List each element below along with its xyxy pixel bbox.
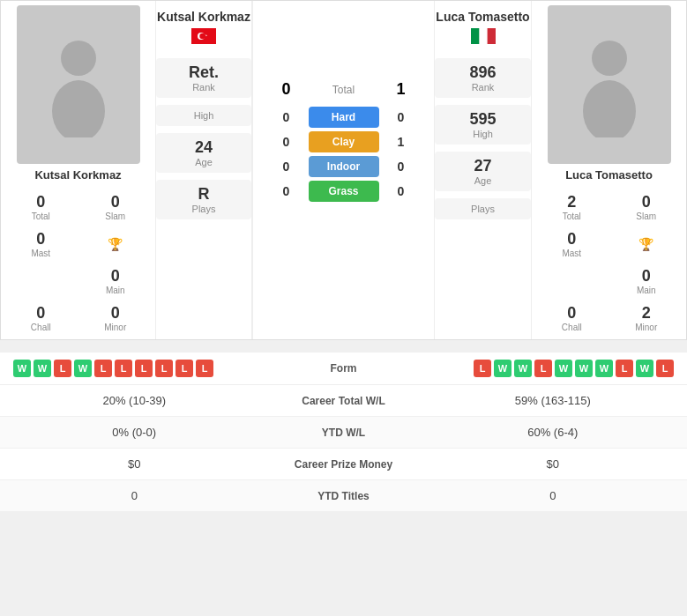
- form-badge: W: [595, 360, 613, 377]
- svg-point-4: [199, 33, 205, 39]
- hard-badge: Hard: [309, 107, 379, 128]
- right-mast-stat: 0 Mast: [536, 227, 608, 261]
- left-flag: [191, 28, 216, 48]
- stat-label: YTD Titles: [256, 490, 432, 502]
- stats-row: 0% (0-0) YTD W/L 60% (6-4): [0, 417, 687, 449]
- form-badge: W: [494, 360, 512, 377]
- left-high-box: High: [156, 105, 251, 126]
- svg-point-10: [583, 80, 636, 137]
- form-badge: L: [474, 360, 491, 377]
- form-badge: W: [555, 360, 572, 377]
- left-chall-stat: 0 Chall: [5, 301, 77, 335]
- right-slam-stat: 0 Slam: [611, 190, 683, 224]
- left-player-photo: [17, 5, 140, 164]
- form-badge: W: [636, 360, 653, 377]
- form-badge: L: [54, 360, 71, 377]
- right-plays-box: Plays: [435, 198, 531, 219]
- stat-right-value: 59% (163-115): [432, 394, 675, 407]
- left-player-column: Kutsal Korkmaz 0 Total 0 Slam 0 Mast 🏆: [1, 1, 155, 339]
- form-badge: W: [74, 360, 92, 377]
- grass-badge: Grass: [309, 181, 379, 202]
- clay-surface-row: 0 Clay 1: [253, 131, 434, 152]
- indoor-badge: Indoor: [309, 156, 379, 177]
- stats-table: 20% (10-39) Career Total W/L 59% (163-11…: [0, 385, 687, 512]
- form-badge: W: [575, 360, 593, 377]
- right-info-column: Luca Tomasetto 896 Rank 595 High 27: [435, 1, 532, 339]
- form-badge: W: [13, 360, 31, 377]
- grass-surface-row: 0 Grass 0: [253, 181, 434, 202]
- left-rank-box: Ret. Rank: [156, 58, 251, 98]
- right-trophy-icon: 🏆: [638, 237, 653, 251]
- svg-rect-8: [471, 28, 479, 44]
- right-age-box: 27 Age: [435, 152, 531, 191]
- left-center-name: Kutsal Korkmaz: [157, 5, 250, 28]
- left-form-badges: WWLWLLLLLL: [13, 360, 291, 377]
- hard-surface-row: 0 Hard 0: [253, 107, 434, 128]
- left-slam-stat: 0 Slam: [80, 190, 152, 224]
- form-badge: L: [94, 360, 112, 377]
- left-main-stat: 0 Main: [80, 264, 152, 298]
- svg-point-9: [592, 41, 627, 76]
- right-main-stat: 0 Main: [611, 264, 683, 298]
- form-badge: L: [196, 360, 213, 377]
- right-high-box: 595 High: [435, 105, 531, 145]
- right-player-photo: [548, 5, 671, 164]
- total-label: Total: [309, 84, 379, 96]
- svg-point-0: [61, 41, 96, 76]
- clay-badge: Clay: [309, 131, 379, 152]
- right-flag: [471, 28, 496, 48]
- stats-row: $0 Career Prize Money $0: [0, 449, 687, 480]
- left-trophy-icon: 🏆: [108, 237, 123, 251]
- svg-point-1: [52, 80, 105, 137]
- indoor-surface-row: 0 Indoor 0: [253, 156, 434, 177]
- center-scores-column: 0 Total 1 0 Hard 0 0 Clay 1 0 Indoor: [252, 1, 435, 339]
- form-badge: W: [34, 360, 51, 377]
- left-mast-stat: 0 Mast: [5, 227, 77, 261]
- stat-label: YTD W/L: [256, 427, 432, 439]
- right-player-name: Luca Tomasetto: [565, 168, 653, 182]
- form-badge: L: [135, 360, 153, 377]
- right-form-badges: LWWLWWWLWL: [397, 360, 675, 377]
- left-plays-box: R Plays: [156, 180, 251, 219]
- stat-left-value: 20% (10-39): [13, 394, 256, 407]
- stat-label: Career Prize Money: [256, 458, 432, 471]
- right-minor-stat: 2 Minor: [611, 301, 683, 335]
- right-center-name: Luca Tomasetto: [436, 5, 529, 28]
- stat-right-value: 60% (6-4): [432, 426, 675, 439]
- right-rank-box: 896 Rank: [435, 58, 531, 98]
- stat-right-value: $0: [432, 457, 675, 471]
- right-total-stat: 2 Total: [536, 190, 608, 224]
- left-age-box: 24 Age: [156, 133, 251, 173]
- form-badge: L: [115, 360, 132, 377]
- form-badge: W: [514, 360, 532, 377]
- form-section: WWLWLLLLLL Form LWWLWWWLWL: [0, 353, 687, 385]
- form-badge: L: [175, 360, 193, 377]
- form-badge: L: [155, 360, 173, 377]
- stat-left-value: $0: [13, 457, 256, 471]
- stat-left-value: 0% (0-0): [13, 426, 256, 439]
- stats-row: 20% (10-39) Career Total W/L 59% (163-11…: [0, 385, 687, 417]
- form-label: Form: [291, 362, 397, 375]
- form-badge: L: [534, 360, 552, 377]
- left-player-name: Kutsal Korkmaz: [34, 168, 121, 182]
- left-trophy-icon-cell: 🏆: [80, 227, 152, 261]
- right-player-column: Luca Tomasetto 2 Total 0 Slam 0 Mast 🏆: [532, 1, 686, 339]
- left-info-column: Kutsal Korkmaz Ret. Rank High 24: [155, 1, 252, 339]
- stat-right-value: 0: [432, 489, 675, 502]
- right-chall-stat: 0 Chall: [536, 301, 608, 335]
- left-total-stat: 0 Total: [5, 190, 77, 224]
- stats-row: 0 YTD Titles 0: [0, 480, 687, 512]
- right-trophy-icon-cell: 🏆: [611, 227, 683, 261]
- stat-label: Career Total W/L: [256, 395, 432, 407]
- total-score-row: 0 Total 1: [253, 80, 434, 99]
- left-minor-stat: 0 Minor: [80, 301, 152, 335]
- form-badge: L: [616, 360, 633, 377]
- stat-left-value: 0: [13, 489, 256, 502]
- form-badge: L: [656, 360, 674, 377]
